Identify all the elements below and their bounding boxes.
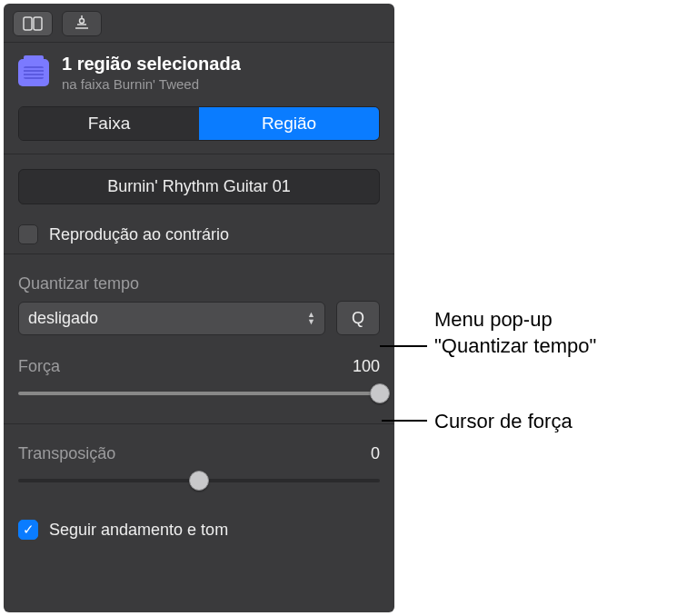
divider: [4, 154, 394, 154]
callout-strength-slider: Cursor de força: [434, 409, 572, 435]
transpose-slider[interactable]: [18, 471, 380, 491]
sliders-icon: [72, 15, 92, 32]
strength-slider-thumb[interactable]: [370, 383, 390, 403]
follow-tempo-label: Seguir andamento e tom: [49, 521, 228, 540]
track-region-segmented: Faixa Região: [18, 106, 380, 141]
strength-value: 100: [353, 357, 380, 376]
quantize-apply-button[interactable]: Q: [336, 301, 380, 335]
quantize-tempo-popup[interactable]: desligado ▲▼: [18, 302, 325, 335]
region-header: 1 região selecionada na faixa Burnin' Tw…: [4, 43, 394, 97]
reverse-playback-row: Reprodução ao contrário: [4, 215, 394, 253]
tab-track-inspector[interactable]: [62, 11, 102, 36]
transpose-label: Transposição: [18, 444, 115, 463]
callout-quantize-menu: Menu pop-up "Quantizar tempo": [434, 307, 671, 359]
strength-label: Força: [18, 357, 60, 376]
follow-tempo-row: ✓ Seguir andamento e tom: [4, 511, 394, 549]
selection-subtitle: na faixa Burnin' Tweed: [62, 76, 241, 92]
strength-slider[interactable]: [18, 383, 380, 403]
strength-row: Força 100: [4, 341, 394, 380]
quantize-section-label: Quantizar tempo: [4, 254, 394, 301]
inspector-panel: 1 região selecionada na faixa Burnin' Tw…: [4, 4, 394, 612]
svg-rect-0: [24, 17, 32, 30]
region-inspector-icon: [23, 16, 43, 31]
amp-icon: [18, 59, 49, 86]
selection-title: 1 região selecionada: [62, 54, 241, 75]
transpose-row: Transposição 0: [4, 424, 394, 467]
seg-region-button[interactable]: Região: [199, 107, 379, 140]
follow-tempo-checkbox[interactable]: ✓: [18, 520, 38, 540]
transpose-slider-thumb[interactable]: [189, 471, 209, 491]
region-name-field[interactable]: Burnin' Rhythm Guitar 01: [18, 169, 380, 204]
reverse-playback-label: Reprodução ao contrário: [49, 225, 229, 244]
tab-region-inspector[interactable]: [13, 11, 53, 36]
callout-line: [382, 420, 427, 422]
callout-line: [380, 345, 427, 347]
top-tab-bar: [4, 4, 394, 43]
svg-point-3: [80, 19, 85, 24]
chevron-up-down-icon: ▲▼: [307, 312, 315, 325]
svg-rect-1: [34, 17, 42, 30]
transpose-value: 0: [371, 444, 380, 463]
reverse-playback-checkbox[interactable]: [18, 224, 38, 244]
quantize-value: desligado: [28, 309, 98, 328]
seg-track-button[interactable]: Faixa: [19, 107, 199, 140]
